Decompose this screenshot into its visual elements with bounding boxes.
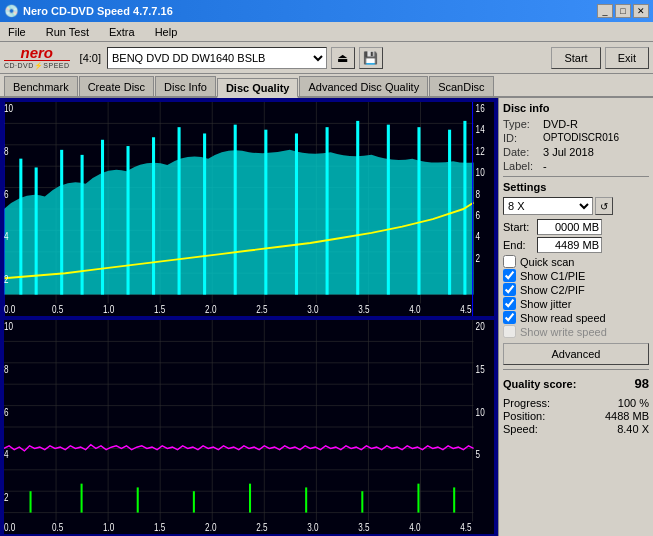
start-button[interactable]: Start: [551, 47, 600, 69]
maximize-button[interactable]: □: [615, 4, 631, 18]
save-button[interactable]: 💾: [359, 47, 383, 69]
svg-text:0.5: 0.5: [52, 305, 63, 316]
show-c1-pie-row: Show C1/PIE: [503, 269, 649, 282]
svg-text:3.5: 3.5: [358, 305, 369, 316]
svg-text:4: 4: [4, 232, 9, 243]
disc-date-label: Date:: [503, 146, 543, 158]
start-label: Start:: [503, 221, 535, 233]
speed-row: 8 X Max 2 X 4 X 16 X ↺: [503, 197, 649, 215]
tab-benchmark[interactable]: Benchmark: [4, 76, 78, 96]
svg-text:0.5: 0.5: [52, 523, 63, 534]
close-button[interactable]: ✕: [633, 4, 649, 18]
svg-text:2: 2: [476, 253, 481, 264]
svg-rect-32: [356, 121, 359, 295]
svg-rect-86: [305, 487, 307, 512]
drive-select[interactable]: BENQ DVD DD DW1640 BSLB: [107, 47, 327, 69]
svg-text:14: 14: [476, 125, 485, 136]
toolbar: nero CD·DVD⚡SPEED [4:0] BENQ DVD DD DW16…: [0, 42, 653, 74]
advanced-button[interactable]: Advanced: [503, 343, 649, 365]
svg-rect-23: [101, 140, 104, 295]
disc-info-title: Disc info: [503, 102, 649, 114]
show-c1-pie-checkbox[interactable]: [503, 269, 516, 282]
main-area: 16 14 12 10 8 6 4 2 10 8 6 4 2 0.0 0.5 1…: [0, 98, 653, 536]
svg-text:0.0: 0.0: [4, 305, 15, 316]
speed-select[interactable]: 8 X Max 2 X 4 X 16 X: [503, 197, 593, 215]
svg-text:2.5: 2.5: [256, 305, 267, 316]
svg-text:3.0: 3.0: [307, 523, 318, 534]
eject-button[interactable]: ⏏: [331, 47, 355, 69]
svg-rect-34: [417, 127, 420, 294]
svg-text:2.5: 2.5: [256, 523, 267, 534]
disc-id-row: ID: OPTODISCR016: [503, 132, 649, 144]
svg-text:10: 10: [4, 321, 13, 332]
speed-value: 8.40 X: [617, 423, 649, 435]
show-jitter-checkbox[interactable]: [503, 297, 516, 310]
svg-rect-35: [448, 130, 451, 295]
svg-text:4.5: 4.5: [460, 305, 471, 316]
svg-text:12: 12: [476, 146, 485, 157]
svg-text:6: 6: [4, 189, 9, 200]
bottom-chart: 20 15 10 5 10 8 6 4 2 0.0 0.5 1.0 1.5 2.…: [4, 320, 494, 534]
menu-run-test[interactable]: Run Test: [42, 25, 93, 39]
svg-text:10: 10: [476, 167, 485, 178]
nero-logo: nero: [21, 45, 54, 60]
tab-disc-quality[interactable]: Disc Quality: [217, 78, 299, 98]
show-write-speed-label: Show write speed: [520, 326, 607, 338]
svg-text:4.0: 4.0: [409, 305, 420, 316]
svg-text:10: 10: [4, 103, 13, 114]
tab-advanced-disc-quality[interactable]: Advanced Disc Quality: [299, 76, 428, 96]
position-label: Position:: [503, 410, 545, 422]
disc-label-value: -: [543, 160, 649, 172]
disc-type-value: DVD-R: [543, 118, 649, 130]
svg-rect-22: [81, 155, 84, 295]
menu-extra[interactable]: Extra: [105, 25, 139, 39]
svg-rect-33: [387, 125, 390, 295]
disc-id-label: ID:: [503, 132, 543, 144]
svg-text:2: 2: [4, 274, 9, 285]
speed-row-display: Speed: 8.40 X: [503, 423, 649, 435]
svg-text:4.0: 4.0: [409, 523, 420, 534]
quick-scan-checkbox[interactable]: [503, 255, 516, 268]
svg-text:20: 20: [476, 321, 485, 332]
svg-rect-81: [30, 491, 32, 512]
position-value: 4488 MB: [605, 410, 649, 422]
refresh-button[interactable]: ↺: [595, 197, 613, 215]
tab-scan-disc[interactable]: ScanDisc: [429, 76, 493, 96]
exit-button[interactable]: Exit: [605, 47, 649, 69]
menu-file[interactable]: File: [4, 25, 30, 39]
start-input[interactable]: [537, 219, 602, 235]
show-write-speed-row: Show write speed: [503, 325, 649, 338]
svg-text:5: 5: [476, 450, 481, 461]
svg-rect-31: [326, 127, 329, 294]
tab-disc-info[interactable]: Disc Info: [155, 76, 216, 96]
window-controls: _ □ ✕: [597, 4, 649, 18]
svg-text:1.5: 1.5: [154, 305, 165, 316]
quick-scan-row: Quick scan: [503, 255, 649, 268]
show-c2-pif-label: Show C2/PIF: [520, 284, 585, 296]
position-row: Position: 4488 MB: [503, 410, 649, 422]
settings-title: Settings: [503, 181, 649, 193]
disc-label-label: Label:: [503, 160, 543, 172]
menu-help[interactable]: Help: [151, 25, 182, 39]
show-read-speed-row: Show read speed: [503, 311, 649, 324]
svg-rect-89: [453, 487, 455, 512]
show-c2-pif-checkbox[interactable]: [503, 283, 516, 296]
disc-date-row: Date: 3 Jul 2018: [503, 146, 649, 158]
disc-type-row: Type: DVD-R: [503, 118, 649, 130]
svg-text:1.5: 1.5: [154, 523, 165, 534]
tab-create-disc[interactable]: Create Disc: [79, 76, 154, 96]
disc-date-value: 3 Jul 2018: [543, 146, 649, 158]
svg-text:1.0: 1.0: [103, 523, 114, 534]
show-jitter-row: Show jitter: [503, 297, 649, 310]
title-bar: 💿 Nero CD-DVD Speed 4.7.7.16 _ □ ✕: [0, 0, 653, 22]
end-mb-row: End:: [503, 237, 649, 253]
end-input[interactable]: [537, 237, 602, 253]
svg-text:0.0: 0.0: [4, 523, 15, 534]
minimize-button[interactable]: _: [597, 4, 613, 18]
show-c2-pif-row: Show C2/PIF: [503, 283, 649, 296]
svg-text:3.0: 3.0: [307, 305, 318, 316]
svg-text:1.0: 1.0: [103, 305, 114, 316]
svg-rect-82: [81, 484, 83, 513]
quality-score-row: Quality score: 98: [503, 376, 649, 391]
show-read-speed-checkbox[interactable]: [503, 311, 516, 324]
